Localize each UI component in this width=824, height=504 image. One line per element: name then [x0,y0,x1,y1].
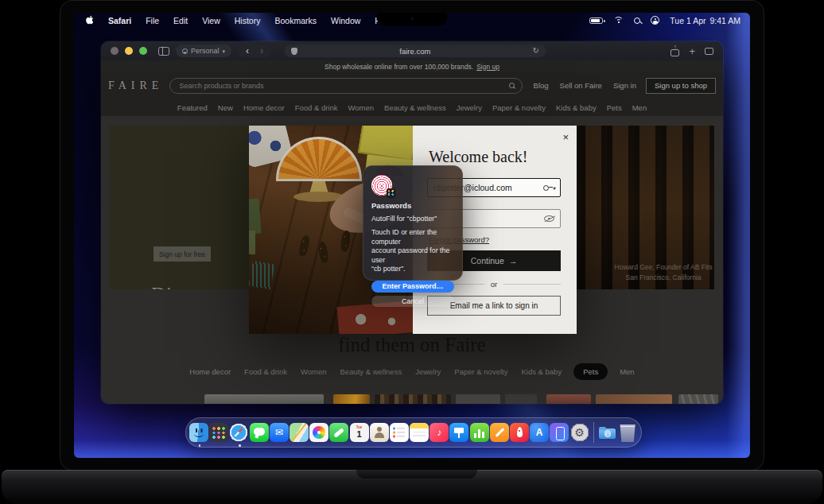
dock-notes-icon[interactable] [410,423,429,442]
product-thumb[interactable] [678,394,718,404]
nav-home-decor[interactable]: Home decor [243,103,285,112]
blog-link[interactable]: Blog [534,81,549,90]
dock-downloads-folder-icon[interactable]: ↓ [598,423,617,442]
sign-in-link[interactable]: Sign in [613,81,636,90]
dialog-body-line: Touch ID or enter the computer [371,228,454,246]
user-switch-icon[interactable] [651,16,659,25]
dock-games-icon[interactable] [510,423,529,442]
pill-food-drink[interactable]: Food & drink [244,367,287,376]
cancel-button[interactable]: Cancel [371,296,454,307]
pill-kids[interactable]: Kids & baby [521,367,562,376]
menu-item-window[interactable]: Window [324,16,367,25]
pill-pets-selected[interactable]: Pets [573,363,608,380]
dock-messages-icon[interactable] [250,423,269,442]
nav-pets[interactable]: Pets [607,103,622,112]
navigation-buttons: ‹ › [238,45,271,57]
apple-menu[interactable] [84,14,101,26]
dock-music-icon[interactable]: ♪ [429,423,449,442]
nav-kids[interactable]: Kids & baby [556,103,597,112]
close-icon[interactable]: × [562,132,569,142]
nav-men[interactable]: Men [632,103,647,112]
promo-signup-link[interactable]: Sign up [476,63,499,71]
site-header: FAIRE Blog Sell on Faire Sign in Sign up… [101,72,723,99]
wifi-icon[interactable] [613,17,624,25]
tab-overview-icon[interactable] [705,48,713,55]
dock-iphone-mirroring-icon[interactable] [550,423,569,442]
product-thumb[interactable] [375,394,451,404]
battery-icon[interactable] [589,17,603,24]
pill-beauty[interactable]: Beauty & wellness [340,367,402,376]
nav-jewelry[interactable]: Jewelry [457,103,482,112]
menu-item-edit[interactable]: Edit [166,16,195,25]
menu-item-history[interactable]: History [227,16,268,25]
pill-jewelry[interactable]: Jewelry [415,367,441,376]
eye-off-icon[interactable] [544,215,554,222]
signup-free-button[interactable]: Sign up for free [154,246,211,262]
product-thumb[interactable] [204,394,324,404]
back-button[interactable]: ‹ [246,45,249,56]
window-zoom-button[interactable] [139,47,147,55]
finder-running-dot [199,444,201,447]
faire-logo[interactable]: FAIRE [108,79,163,92]
dock-numbers-icon[interactable] [470,423,489,442]
product-thumb[interactable] [456,394,500,404]
dock-contacts-icon[interactable] [370,423,389,442]
nav-beauty[interactable]: Beauty & wellness [384,103,446,112]
nav-food-drink[interactable]: Food & drink [295,103,338,112]
menu-item-view[interactable]: View [195,16,227,25]
dock-system-settings-icon[interactable]: ⚙ [570,423,589,442]
dialog-autofill-line: AutoFill for “cbpotter” [371,215,454,223]
dock-finder-icon[interactable] [189,423,208,442]
address-bar[interactable]: faire.com ↻ [285,45,546,57]
signup-to-shop-button[interactable]: Sign up to shop [646,78,716,94]
product-thumb[interactable] [546,394,591,404]
pill-home-decor[interactable]: Home decor [189,367,231,376]
reload-icon[interactable]: ↻ [533,47,539,55]
enter-password-button[interactable]: Enter Password… [371,281,454,293]
dock-mail-icon[interactable]: ✉ [270,423,289,442]
forward-button[interactable]: › [260,45,263,56]
nav-new[interactable]: New [218,103,233,112]
product-thumb[interactable] [505,394,537,404]
spotlight-search-icon[interactable] [634,17,640,24]
dock-trash-icon[interactable] [618,423,637,442]
nav-paper[interactable]: Paper & novelty [492,103,546,112]
menu-item-bookmarks[interactable]: Bookmarks [267,16,324,25]
dock-keynote-icon[interactable] [449,423,468,442]
window-minimize-button[interactable] [125,47,133,55]
menu-bar-clock[interactable]: Tue 1 Apr 9:41 AM [670,16,740,25]
dock-reminders-icon[interactable] [390,423,409,442]
profile-switcher[interactable]: Personal ▾ [176,45,231,57]
pill-paper[interactable]: Paper & novelty [454,367,507,376]
sell-on-faire-link[interactable]: Sell on Faire [560,81,602,90]
nav-women[interactable]: Women [348,103,375,112]
site-search-field[interactable] [169,78,522,94]
dock-safari-icon[interactable] [229,423,248,442]
calendar-day: 1 [350,429,369,439]
nav-featured[interactable]: Featured [177,103,208,112]
dock-pages-icon[interactable] [490,423,509,442]
dock-app-store-icon[interactable]: A [530,423,549,442]
search-input[interactable] [177,81,508,91]
passwords-autofill-dialog: Passwords AutoFill for “cbpotter” Touch … [363,165,463,281]
autofill-key-icon[interactable]: ▾ [543,184,554,192]
menu-item-safari[interactable]: Safari [101,16,138,25]
window-close-button[interactable] [111,47,119,55]
lid-groove [356,470,477,479]
privacy-shield-icon[interactable] [291,48,297,55]
dock-phone-icon[interactable] [329,423,348,442]
arrow-right-icon: → [509,256,518,266]
dock-launchpad-icon[interactable] [209,423,228,442]
dock-photos-icon[interactable] [309,423,328,442]
sidebar-toggle-icon[interactable] [158,47,169,56]
pill-men[interactable]: Men [620,367,634,376]
share-icon[interactable]: ↑ [670,46,679,56]
menu-item-file[interactable]: File [138,16,166,25]
dock-calendar-icon[interactable]: Tue 1 [350,423,369,442]
product-thumb[interactable] [333,394,370,404]
new-tab-icon[interactable]: + [689,46,695,56]
dock-maps-icon[interactable] [290,423,309,442]
pill-women[interactable]: Women [301,367,327,376]
hero-caption-name: Howard Gee, Founder of AB Fits [603,262,714,273]
product-thumb[interactable] [596,394,672,404]
